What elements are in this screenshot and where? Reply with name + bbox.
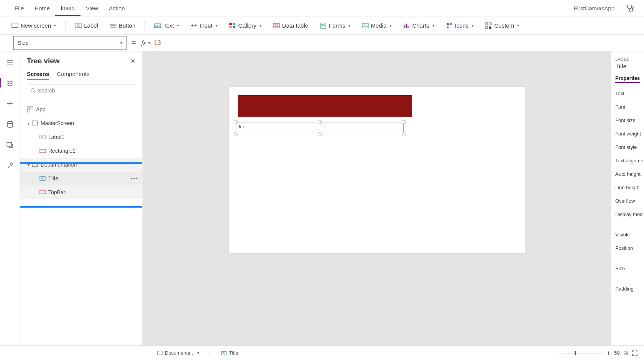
screen-icon: [31, 161, 38, 168]
resize-handle[interactable]: [234, 120, 238, 124]
menu-file[interactable]: File: [9, 1, 29, 15]
insert-text-text: Text: [163, 22, 174, 29]
breadcrumb-control[interactable]: Title: [218, 348, 241, 357]
close-icon[interactable]: ✕: [130, 58, 135, 65]
insert-ribbon: New screen ▾ Label Button Abc Text ▾ Inp…: [0, 17, 644, 35]
formula-bar: Size ▾ = fx ▾: [0, 35, 644, 51]
zoom-slider[interactable]: [561, 353, 603, 353]
property-selector[interactable]: Size ▾: [13, 36, 127, 50]
fx-icon[interactable]: fx: [141, 39, 146, 47]
resize-handle[interactable]: [234, 132, 238, 136]
new-screen-button[interactable]: New screen ▾: [9, 21, 58, 31]
resize-handle[interactable]: [402, 120, 406, 124]
hamburger-icon[interactable]: [5, 57, 15, 68]
svg-rect-10: [233, 26, 235, 28]
tree-node-topbar[interactable]: TopBar: [20, 185, 142, 199]
data-icon[interactable]: [5, 119, 15, 130]
insert-custom-button[interactable]: Custom ▾: [483, 21, 521, 31]
prop-size[interactable]: Size: [615, 266, 640, 271]
insert-datatable-button[interactable]: Data table: [271, 21, 310, 31]
svg-rect-40: [40, 191, 45, 194]
svg-rect-24: [489, 26, 491, 29]
screen-icon: [157, 350, 163, 356]
zoom-value: 50: [614, 350, 619, 356]
tree-node-label1[interactable]: Label1: [20, 130, 142, 144]
zoom-in-button[interactable]: +: [607, 350, 610, 357]
media-rail-icon[interactable]: [5, 140, 15, 150]
chevron-down-icon: ▾: [54, 23, 56, 28]
tab-components[interactable]: Components: [57, 71, 89, 80]
insert-label-button[interactable]: Label: [72, 21, 100, 31]
status-bar: Documenta... ▾ 〉 Title − + 50 %: [0, 345, 644, 360]
menu-insert[interactable]: Insert: [55, 1, 80, 16]
tree-node-label: MasterScreen: [41, 120, 74, 126]
canvas-area[interactable]: Text: [143, 51, 611, 345]
control-type-label: LABEL: [615, 57, 640, 61]
tab-screens[interactable]: Screens: [27, 71, 49, 80]
zoom-out-button[interactable]: −: [553, 350, 557, 357]
prop-text[interactable]: Text: [615, 91, 640, 96]
more-icon[interactable]: •••: [130, 175, 138, 182]
formula-input[interactable]: [150, 36, 644, 50]
add-icon[interactable]: [5, 98, 15, 109]
insert-label-text: Label: [84, 22, 98, 29]
resize-handle[interactable]: [402, 132, 406, 136]
prop-overflow[interactable]: Overflow: [615, 198, 640, 204]
insert-charts-button[interactable]: Charts ▾: [401, 21, 436, 31]
prop-line-height[interactable]: Line height: [615, 185, 640, 190]
menu-home[interactable]: Home: [29, 1, 55, 15]
tree-node-documentation[interactable]: ▾ Documentation: [20, 158, 142, 172]
insert-text-button[interactable]: Abc Text ▾: [152, 21, 181, 31]
insert-button-button[interactable]: Button: [107, 21, 138, 31]
tree-view-icon[interactable]: [5, 78, 15, 88]
insert-input-text: Input: [200, 22, 212, 29]
stethoscope-icon[interactable]: [626, 4, 635, 13]
selected-label-control[interactable]: Text: [236, 122, 404, 134]
tree-node-app[interactable]: App: [20, 102, 142, 116]
label-icon: [75, 22, 82, 29]
label-icon: [221, 350, 227, 356]
tree-node-rectangle1[interactable]: Rectangle1: [20, 144, 142, 158]
prop-font[interactable]: Font: [615, 104, 640, 110]
chevron-down-icon[interactable]: ▾: [25, 121, 31, 126]
topbar-rectangle[interactable]: [238, 95, 412, 117]
chevron-down-icon[interactable]: ▾: [25, 163, 31, 167]
left-rail: [0, 51, 20, 345]
insert-gallery-button[interactable]: Gallery ▾: [227, 21, 264, 31]
tree-node-title[interactable]: Title •••: [20, 172, 142, 185]
chevron-down-icon: ▾: [517, 23, 519, 28]
svg-rect-30: [28, 110, 30, 112]
svg-rect-29: [31, 107, 33, 109]
insert-icons-button[interactable]: Icons ▾: [444, 21, 476, 31]
resize-handle[interactable]: [318, 132, 322, 136]
svg-rect-19: [450, 23, 452, 25]
svg-rect-7: [229, 23, 232, 25]
fit-screen-icon[interactable]: [632, 350, 638, 356]
insert-media-button[interactable]: Media ▾: [360, 21, 394, 31]
search-input[interactable]: [27, 84, 135, 97]
insert-forms-button[interactable]: Forms ▾: [317, 21, 353, 31]
menu-action[interactable]: Action: [104, 1, 130, 15]
tab-properties[interactable]: Properties: [615, 75, 640, 83]
label-text: Text: [238, 124, 246, 129]
prop-position[interactable]: Position: [615, 245, 640, 251]
canvas-screen[interactable]: Text: [229, 87, 525, 253]
prop-visible[interactable]: Visible: [615, 232, 640, 238]
chevron-down-icon: ▾: [215, 23, 217, 28]
breadcrumb-screen[interactable]: Documenta... ▾: [154, 348, 202, 357]
prop-display-mode[interactable]: Display mod: [615, 211, 640, 217]
insert-custom-text: Custom: [494, 22, 514, 29]
prop-text-align[interactable]: Text alignme: [615, 158, 640, 163]
menu-view[interactable]: View: [80, 1, 104, 15]
tree-node-masterscreen[interactable]: ▾ MasterScreen: [20, 116, 142, 130]
resize-handle[interactable]: [318, 120, 322, 124]
prop-font-weight[interactable]: Font weight: [615, 131, 640, 137]
tools-icon[interactable]: [5, 160, 15, 171]
prop-padding[interactable]: Padding: [615, 286, 640, 292]
insert-input-button[interactable]: Input ▾: [188, 21, 220, 31]
search-field[interactable]: [38, 88, 132, 94]
prop-font-size[interactable]: Font size: [615, 117, 640, 123]
prop-font-style[interactable]: Font style: [615, 144, 640, 150]
svg-rect-21: [485, 23, 488, 25]
prop-auto-height[interactable]: Auto height: [615, 171, 640, 177]
